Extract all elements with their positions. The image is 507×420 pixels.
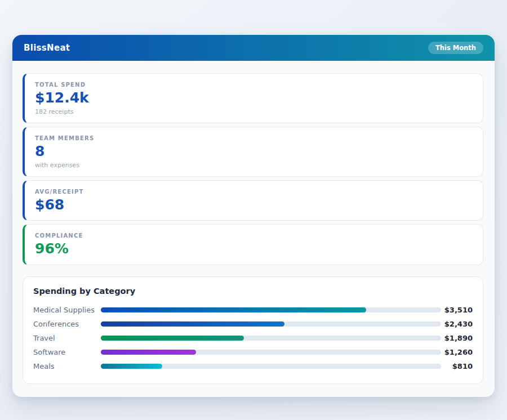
spending-by-category-card: Spending by Category Medical Supplies $3… [23,276,483,384]
stat-label: TOTAL SPEND [35,82,473,88]
stat-subtext: 182 receipts [35,108,473,115]
dashboard-content: TOTAL SPEND $12.4k 182 receipts TEAM MEM… [12,61,495,397]
stat-card-total-spend: TOTAL SPEND $12.4k 182 receipts [23,73,483,123]
bar-fill [101,350,196,355]
category-label: Meals [33,362,101,370]
stat-card-avg-receipt: AVG/RECEIPT $68 [23,180,483,221]
spending-card-title: Spending by Category [33,287,473,296]
stat-label: COMPLIANCE [35,233,473,239]
category-amount: $3,510 [441,306,473,314]
stat-value: 96% [35,241,473,257]
stat-label: TEAM MEMBERS [35,135,473,141]
bar-track [101,336,441,341]
category-amount: $2,430 [441,320,473,328]
period-badge[interactable]: This Month [428,42,483,54]
bar-fill [101,321,284,327]
spend-row-medical-supplies: Medical Supplies $3,510 [33,303,473,317]
category-label: Software [33,348,101,356]
spend-row-meals: Meals $810 [33,359,473,373]
stat-value: $68 [35,197,473,213]
bar-fill [101,336,244,341]
bar-track [101,321,441,327]
app-header: BlissNeat This Month [12,35,495,61]
stat-value: 8 [35,144,473,160]
bar-track [101,350,441,355]
stat-label: AVG/RECEIPT [35,189,473,195]
category-amount: $1,260 [441,348,473,356]
stat-card-team-members: TEAM MEMBERS 8 with expenses [23,127,483,177]
bar-fill [101,307,366,312]
spend-row-conferences: Conferences $2,430 [33,317,473,331]
category-amount: $810 [441,362,473,370]
category-label: Conferences [33,320,101,328]
category-amount: $1,890 [441,334,473,342]
bar-track [101,364,441,369]
app-title: BlissNeat [24,43,70,53]
category-label: Travel [33,334,101,342]
stat-value: $12.4k [35,90,473,106]
category-label: Medical Supplies [33,306,101,314]
bar-track [101,307,441,312]
dashboard-panel: BlissNeat This Month TOTAL SPEND $12.4k … [12,35,495,397]
spend-row-travel: Travel $1,890 [33,331,473,345]
spend-row-software: Software $1,260 [33,345,473,359]
stat-subtext: with expenses [35,162,473,169]
stat-card-compliance: COMPLIANCE 96% [23,224,483,265]
bar-fill [101,364,162,369]
